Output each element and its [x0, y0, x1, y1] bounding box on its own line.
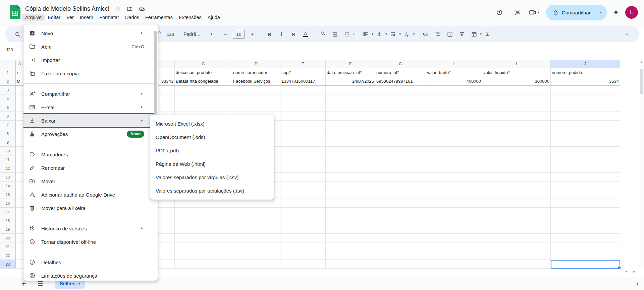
menu-dados[interactable]: Dados [122, 14, 142, 21]
cell-A7[interactable] [16, 121, 24, 129]
row-header-13[interactable]: 13 [0, 173, 16, 182]
cell-E23[interactable] [280, 260, 326, 269]
cell-G6[interactable] [375, 112, 426, 121]
cell-I13[interactable] [482, 173, 551, 182]
row-header-20[interactable]: 20 [0, 234, 16, 242]
cell-F21[interactable] [326, 242, 375, 251]
cell-F8[interactable] [326, 129, 375, 138]
cell-C5[interactable] [175, 103, 232, 112]
cell-J14[interactable] [551, 182, 620, 190]
cell-G19[interactable] [375, 225, 426, 234]
chevron-down-icon[interactable]: ▾ [353, 32, 355, 36]
cell-J15[interactable] [551, 190, 620, 199]
cell-G16[interactable] [375, 199, 426, 208]
cell-E17[interactable] [280, 208, 326, 216]
cell-C19[interactable] [175, 225, 232, 234]
vertical-align-button[interactable] [373, 29, 385, 40]
search-icon[interactable] [11, 29, 23, 40]
cell-I5[interactable] [482, 103, 551, 112]
row-header-11[interactable]: 11 [0, 155, 16, 164]
cell-A8[interactable] [16, 129, 24, 138]
font-style-dropdown[interactable]: Padrã…▾ [181, 29, 214, 40]
insert-comment-button[interactable] [432, 29, 444, 40]
menu-item-compartilhar[interactable]: Compartilhar [23, 87, 158, 100]
column-header-D[interactable]: D [232, 60, 280, 68]
italic-button[interactable]: I [275, 29, 287, 40]
column-header-G[interactable]: G [375, 60, 426, 68]
menu-editar[interactable]: Editar [45, 14, 63, 21]
text-color-button[interactable]: A [300, 29, 312, 40]
cell-A9[interactable] [16, 138, 24, 147]
cell-H13[interactable] [426, 173, 482, 182]
cell-G2[interactable]: 695362478987161 [375, 77, 426, 86]
cell-A13[interactable] [16, 173, 24, 182]
cell-J5[interactable] [551, 103, 620, 112]
cell-H16[interactable] [426, 199, 482, 208]
cell-H11[interactable] [426, 155, 482, 164]
borders-button[interactable] [329, 29, 341, 40]
cell-D1[interactable]: nome_fornecedor [232, 68, 280, 77]
cell-G10[interactable] [375, 147, 426, 155]
cell-F11[interactable] [326, 155, 375, 164]
row-header-2[interactable]: 2 [0, 77, 16, 86]
cell-A22[interactable] [16, 251, 24, 260]
row-header-1[interactable]: 1 [0, 68, 16, 77]
cell-J10[interactable] [551, 147, 620, 155]
cell-G12[interactable] [375, 164, 426, 173]
cell-A18[interactable] [16, 216, 24, 225]
cell-I11[interactable] [482, 155, 551, 164]
cell-E21[interactable] [280, 242, 326, 251]
cell-E4[interactable] [280, 94, 326, 103]
cell-E3[interactable] [280, 86, 326, 94]
cell-F1[interactable]: data_emissao_nf* [326, 68, 375, 77]
cell-J16[interactable] [551, 199, 620, 208]
all-sheets-icon[interactable]: ☰ [38, 280, 43, 287]
cell-F13[interactable] [326, 173, 375, 182]
cell-I3[interactable] [482, 86, 551, 94]
menu-item-fazer-copia[interactable]: Fazer uma cópia [23, 67, 158, 80]
cell-F23[interactable] [326, 260, 375, 269]
cell-F17[interactable] [326, 208, 375, 216]
cell-E13[interactable] [280, 173, 326, 182]
cell-F2[interactable]: 24/07/2025 [326, 77, 375, 86]
increase-font-size-button[interactable]: + [246, 29, 258, 40]
cell-J8[interactable] [551, 129, 620, 138]
cell-G13[interactable] [375, 173, 426, 182]
cell-G23[interactable] [375, 260, 426, 269]
menu-item-offline[interactable]: Tornar disponível off-line [23, 235, 158, 248]
insert-chart-button[interactable] [444, 29, 456, 40]
cell-G20[interactable] [375, 234, 426, 242]
cell-G4[interactable] [375, 94, 426, 103]
cell-I20[interactable] [482, 234, 551, 242]
cell-I18[interactable] [482, 216, 551, 225]
cell-C18[interactable] [175, 216, 232, 225]
cell-I2[interactable]: 300000 [482, 77, 551, 86]
decrease-font-size-button[interactable]: − [219, 29, 231, 40]
row-header-16[interactable]: 16 [0, 199, 16, 208]
menu-item-detalhes[interactable]: Detalhes [23, 256, 158, 269]
cell-F15[interactable] [326, 190, 375, 199]
row-header-22[interactable]: 22 [0, 251, 16, 260]
cell-I14[interactable] [482, 182, 551, 190]
cell-D2[interactable]: Facebook Serviços [232, 77, 280, 86]
row-header-4[interactable]: 4 [0, 94, 16, 103]
cell-H12[interactable] [426, 164, 482, 173]
cell-E8[interactable] [280, 129, 326, 138]
cell-H19[interactable] [426, 225, 482, 234]
cell-H14[interactable] [426, 182, 482, 190]
menu-formatar[interactable]: Formatar [96, 14, 122, 21]
functions-button[interactable]: Σ [482, 29, 494, 40]
insert-link-button[interactable] [420, 29, 432, 40]
menu-item-historico[interactable]: Histórico de versões [23, 222, 158, 235]
cell-G21[interactable] [375, 242, 426, 251]
cell-F20[interactable] [326, 234, 375, 242]
cell-J9[interactable] [551, 138, 620, 147]
cell-H4[interactable] [426, 94, 482, 103]
cell-F6[interactable] [326, 112, 375, 121]
cell-A21[interactable] [16, 242, 24, 251]
cell-E1[interactable]: cnpj* [280, 68, 326, 77]
row-header-12[interactable]: 12 [0, 164, 16, 173]
bold-button[interactable]: B [263, 29, 275, 40]
menu-inserir[interactable]: Inserir [77, 14, 96, 21]
row-header-8[interactable]: 8 [0, 129, 16, 138]
